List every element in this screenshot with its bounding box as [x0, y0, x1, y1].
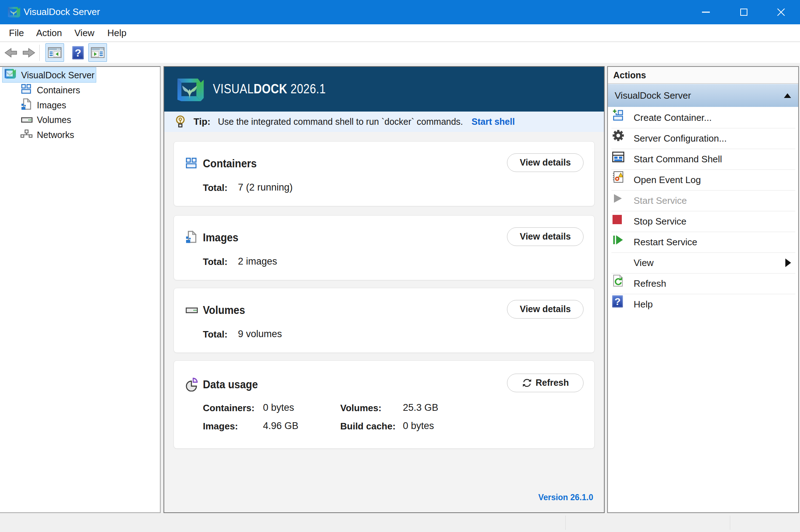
- svg-text:?: ?: [614, 296, 620, 307]
- svg-text:?: ?: [75, 47, 81, 59]
